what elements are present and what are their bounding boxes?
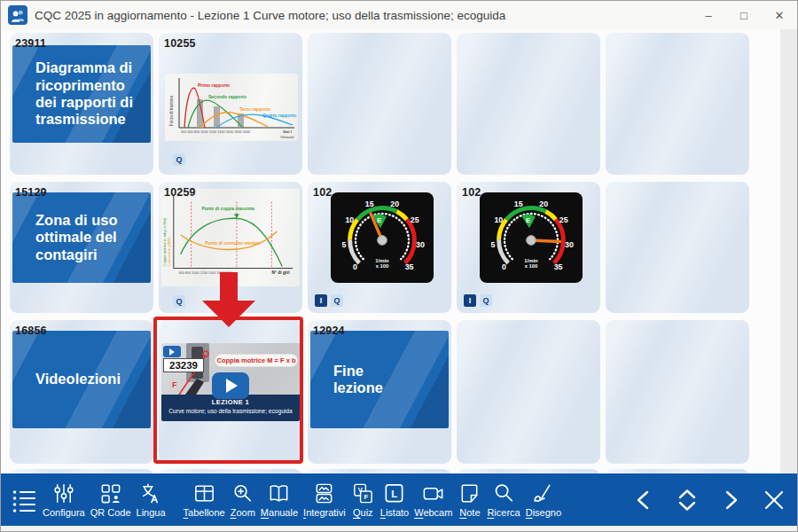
svg-text:400 600 800 1000 1200: 400 600 800 1000 1200 1400 1600 1800 200… — [181, 130, 250, 134]
svg-text:E: E — [526, 216, 530, 224]
close-icon — [762, 488, 786, 512]
close-lesson-button[interactable] — [760, 482, 788, 518]
toolbar-disegno[interactable]: Disegno — [523, 481, 564, 518]
zoom-in-icon — [231, 481, 254, 505]
svg-text:25: 25 — [559, 215, 568, 224]
slide-number: 102 — [313, 186, 332, 199]
title-bar: CQC 2025 in aggiornamento - Lezione 1 Cu… — [1, 1, 797, 29]
quiz-badge[interactable]: Q — [173, 153, 185, 166]
toolbar-webcam[interactable]: Webcam — [411, 481, 455, 518]
window-title: CQC 2025 in aggiornamento - Lezione 1 Cu… — [35, 9, 505, 22]
slide-title: Videolezioni — [12, 365, 128, 393]
slide-number: 10259 — [164, 186, 196, 199]
empty-slide-card[interactable] — [308, 33, 451, 175]
slide-card-23911[interactable]: Diagramma di ricoprimento dei rapporti d… — [10, 33, 153, 175]
toolbar-lingua[interactable]: Lingua — [134, 481, 168, 518]
slide-tile: Videolezioni — [12, 331, 151, 428]
tachometer-thumbnail: 0 5 10 15 20 25 30 35 E 1/min x 100 — [331, 192, 434, 283]
scrollbar-track[interactable] — [780, 29, 798, 473]
toolbar-note[interactable]: Note — [455, 481, 484, 518]
svg-text:Secondo rapporto: Secondo rapporto — [208, 94, 246, 99]
slide-card-16856[interactable]: Videolezioni 16856 — [10, 320, 153, 464]
quiz-badge[interactable]: Q — [173, 295, 185, 308]
images-icon — [312, 481, 336, 505]
svg-text:10: 10 — [345, 215, 354, 224]
svg-text:1/min: 1/min — [375, 258, 389, 263]
quiz-badge[interactable]: Q — [480, 294, 492, 307]
slide-card-10255[interactable]: 10255 Primo rapporto Secondo rapporto Te… — [159, 33, 302, 175]
toolbar-listato[interactable]: L Listato — [378, 481, 411, 518]
empty-slide-card[interactable] — [457, 33, 600, 175]
toolbar-configura[interactable]: Configura — [40, 481, 88, 518]
svg-text:x 100: x 100 — [376, 263, 389, 269]
tachometer-thumbnail: 0 5 10 15 20 25 30 35 E 1/min x 100 — [480, 192, 583, 283]
svg-text:Velocità: Velocità — [280, 135, 294, 139]
toolbar-ricerca[interactable]: Ricerca — [484, 481, 522, 518]
toolbar-tabellone[interactable]: Tabellone — [181, 481, 228, 518]
chevrons-up-down-icon — [673, 486, 701, 514]
svg-text:x 100: x 100 — [525, 263, 538, 269]
svg-text:35: 35 — [554, 262, 563, 271]
slide-card-gauge-1[interactable]: 102 0 5 10 15 20 25 30 35 — [308, 182, 451, 313]
quiz-badge[interactable]: Q — [331, 294, 343, 307]
svg-text:30: 30 — [416, 240, 425, 249]
svg-text:Consumi in g/kWh: Consumi in g/kWh — [167, 236, 171, 266]
red-pointer-arrow — [202, 272, 255, 329]
svg-text:0: 0 — [502, 262, 506, 271]
toolbar-quiz[interactable]: V F Quiz — [348, 481, 378, 518]
info-badge[interactable]: I — [315, 294, 327, 307]
toolbar-list-button[interactable] — [8, 487, 40, 513]
svg-text:20: 20 — [539, 200, 548, 208]
note-icon — [458, 481, 481, 505]
info-badge[interactable]: I — [464, 294, 476, 307]
bottom-toolbar: Configura QR Code — [1, 473, 798, 526]
svg-text:Terzo rapporto: Terzo rapporto — [239, 106, 270, 112]
toolbar-manuale[interactable]: Manuale — [258, 481, 301, 518]
slide-grid: Diagramma di ricoprimento dei rapporti d… — [1, 29, 798, 473]
empty-slide-card[interactable] — [606, 320, 749, 464]
svg-text:10: 10 — [494, 215, 503, 224]
slide-number: 102 — [462, 186, 481, 199]
slide-number: 15129 — [15, 186, 47, 199]
svg-text:15: 15 — [365, 200, 374, 208]
toolbar-integrativi[interactable]: Integrativi — [301, 481, 348, 518]
svg-text:5: 5 — [342, 240, 347, 249]
translate-icon — [139, 481, 163, 505]
slide-number: 16856 — [15, 325, 47, 337]
grid-icon — [192, 481, 216, 505]
close-button[interactable]: ✕ — [762, 1, 797, 29]
minimize-button[interactable]: – — [691, 1, 726, 29]
slide-card-gauge-2[interactable]: 102 0 5 10 15 20 25 30 35 — [457, 182, 600, 313]
pen-icon — [531, 481, 555, 505]
toolbar-qr-code[interactable]: QR Code — [88, 481, 134, 518]
empty-slide-card[interactable] — [457, 320, 600, 464]
selection-highlight-border — [153, 317, 303, 464]
svg-text:Forza di trazione: Forza di trazione — [169, 95, 174, 126]
svg-text:Quarto rapporto: Quarto rapporto — [262, 113, 296, 118]
next-button[interactable] — [716, 482, 745, 518]
slide-card-12924[interactable]: Fine lezione 12924 — [308, 320, 451, 464]
toolbar-navigation — [630, 482, 798, 518]
svg-text:20: 20 — [390, 200, 399, 208]
slide-tile: Diagramma di ricoprimento dei rapporti d… — [12, 45, 151, 143]
slide-number: 23911 — [15, 37, 46, 50]
empty-slide-card[interactable] — [606, 33, 749, 175]
toolbar-zoom[interactable]: Zoom — [228, 481, 258, 518]
application-window: CQC 2025 in aggiornamento - Lezione 1 Cu… — [0, 0, 798, 532]
empty-slide-card[interactable] — [606, 182, 749, 313]
gear-ratio-chart: Primo rapporto Secondo rapporto Terzo ra… — [165, 74, 298, 141]
slide-number: 12924 — [313, 325, 345, 337]
svg-text:F: F — [364, 493, 368, 501]
gear-ratio-chart-thumbnail: Primo rapporto Secondo rapporto Terzo ra… — [165, 74, 298, 141]
search-icon — [492, 481, 516, 505]
prev-button[interactable] — [630, 482, 658, 518]
book-icon — [267, 481, 291, 505]
svg-text:E: E — [377, 216, 381, 224]
sliders-icon — [51, 481, 75, 505]
maximize-button[interactable]: □ — [726, 1, 762, 29]
slide-card-15129[interactable]: Zona di uso ottimale del contagiri 15129 — [10, 182, 153, 313]
expand-collapse-button[interactable] — [673, 482, 701, 518]
true-false-icon: V F — [351, 481, 375, 505]
svg-text:25: 25 — [411, 215, 419, 224]
chevron-right-icon — [717, 487, 744, 513]
